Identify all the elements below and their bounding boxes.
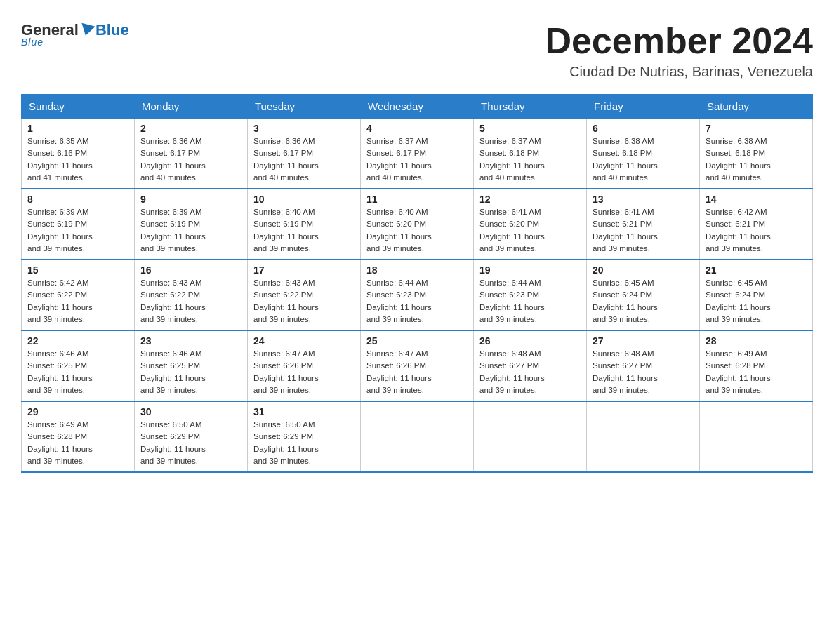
day-number: 12 <box>479 194 581 205</box>
calendar-day-cell: 2Sunrise: 6:36 AMSunset: 6:17 PMDaylight… <box>135 119 248 189</box>
day-info: Sunrise: 6:39 AMSunset: 6:19 PMDaylight:… <box>27 206 128 255</box>
day-info: Sunrise: 6:44 AMSunset: 6:23 PMDaylight:… <box>366 277 468 326</box>
calendar-day-cell: 30Sunrise: 6:50 AMSunset: 6:29 PMDayligh… <box>135 401 248 472</box>
day-info: Sunrise: 6:39 AMSunset: 6:19 PMDaylight:… <box>140 206 241 255</box>
day-info: Sunrise: 6:35 AMSunset: 6:16 PMDaylight:… <box>27 135 128 184</box>
calendar-day-cell: 25Sunrise: 6:47 AMSunset: 6:26 PMDayligh… <box>361 330 474 401</box>
day-number: 26 <box>479 335 581 347</box>
day-number: 10 <box>253 194 355 205</box>
calendar-day-cell <box>700 401 813 472</box>
day-of-week-header: Wednesday <box>361 95 474 119</box>
day-info: Sunrise: 6:47 AMSunset: 6:26 PMDaylight:… <box>366 348 468 396</box>
calendar-week-row: 8Sunrise: 6:39 AMSunset: 6:19 PMDaylight… <box>22 189 813 260</box>
day-info: Sunrise: 6:36 AMSunset: 6:17 PMDaylight:… <box>253 135 355 184</box>
calendar-day-cell: 23Sunrise: 6:46 AMSunset: 6:25 PMDayligh… <box>135 330 248 401</box>
day-info: Sunrise: 6:48 AMSunset: 6:27 PMDaylight:… <box>479 348 581 396</box>
logo-underline: Blue <box>21 36 44 48</box>
calendar-day-cell: 12Sunrise: 6:41 AMSunset: 6:20 PMDayligh… <box>474 189 587 260</box>
day-info: Sunrise: 6:37 AMSunset: 6:18 PMDaylight:… <box>479 135 581 184</box>
day-info: Sunrise: 6:50 AMSunset: 6:29 PMDaylight:… <box>140 419 241 467</box>
day-of-week-header: Friday <box>587 95 700 119</box>
calendar-day-cell: 7Sunrise: 6:38 AMSunset: 6:18 PMDaylight… <box>700 119 813 189</box>
day-number: 30 <box>140 406 241 417</box>
calendar-day-cell: 10Sunrise: 6:40 AMSunset: 6:19 PMDayligh… <box>248 189 361 260</box>
calendar-table: SundayMondayTuesdayWednesdayThursdayFrid… <box>21 94 813 473</box>
logo: General Blue Blue <box>21 21 129 48</box>
calendar-day-cell <box>474 401 587 472</box>
day-info: Sunrise: 6:47 AMSunset: 6:26 PMDaylight:… <box>253 348 355 396</box>
calendar-day-cell: 31Sunrise: 6:50 AMSunset: 6:29 PMDayligh… <box>248 401 361 472</box>
day-number: 15 <box>27 264 128 276</box>
day-number: 9 <box>140 194 241 205</box>
day-number: 7 <box>706 123 807 134</box>
calendar-day-cell <box>587 401 700 472</box>
calendar-day-cell <box>361 401 474 472</box>
day-number: 27 <box>593 335 694 347</box>
day-info: Sunrise: 6:43 AMSunset: 6:22 PMDaylight:… <box>140 277 241 326</box>
calendar-day-cell: 21Sunrise: 6:45 AMSunset: 6:24 PMDayligh… <box>700 260 813 330</box>
day-info: Sunrise: 6:44 AMSunset: 6:23 PMDaylight:… <box>479 277 581 326</box>
day-info: Sunrise: 6:48 AMSunset: 6:27 PMDaylight:… <box>593 348 694 396</box>
day-info: Sunrise: 6:37 AMSunset: 6:17 PMDaylight:… <box>366 135 468 184</box>
calendar-day-cell: 28Sunrise: 6:49 AMSunset: 6:28 PMDayligh… <box>700 330 813 401</box>
month-year-title: December 2024 <box>545 21 813 61</box>
calendar-header: SundayMondayTuesdayWednesdayThursdayFrid… <box>22 95 813 119</box>
calendar-day-cell: 1Sunrise: 6:35 AMSunset: 6:16 PMDaylight… <box>22 119 135 189</box>
day-of-week-header: Saturday <box>700 95 813 119</box>
day-info: Sunrise: 6:43 AMSunset: 6:22 PMDaylight:… <box>253 277 355 326</box>
calendar-week-row: 15Sunrise: 6:42 AMSunset: 6:22 PMDayligh… <box>22 260 813 330</box>
day-number: 31 <box>253 406 355 417</box>
day-info: Sunrise: 6:45 AMSunset: 6:24 PMDaylight:… <box>593 277 694 326</box>
day-number: 1 <box>27 123 128 134</box>
day-number: 20 <box>593 264 694 276</box>
day-of-week-header: Thursday <box>474 95 587 119</box>
calendar-day-cell: 4Sunrise: 6:37 AMSunset: 6:17 PMDaylight… <box>361 119 474 189</box>
day-number: 11 <box>366 194 468 205</box>
calendar-day-cell: 3Sunrise: 6:36 AMSunset: 6:17 PMDaylight… <box>248 119 361 189</box>
calendar-day-cell: 11Sunrise: 6:40 AMSunset: 6:20 PMDayligh… <box>361 189 474 260</box>
calendar-day-cell: 27Sunrise: 6:48 AMSunset: 6:27 PMDayligh… <box>587 330 700 401</box>
day-number: 25 <box>366 335 468 347</box>
calendar-day-cell: 15Sunrise: 6:42 AMSunset: 6:22 PMDayligh… <box>22 260 135 330</box>
calendar-day-cell: 16Sunrise: 6:43 AMSunset: 6:22 PMDayligh… <box>135 260 248 330</box>
day-number: 4 <box>366 123 468 134</box>
day-info: Sunrise: 6:50 AMSunset: 6:29 PMDaylight:… <box>253 419 355 467</box>
day-number: 13 <box>593 194 694 205</box>
day-info: Sunrise: 6:49 AMSunset: 6:28 PMDaylight:… <box>706 348 807 396</box>
calendar-body: 1Sunrise: 6:35 AMSunset: 6:16 PMDaylight… <box>22 119 813 473</box>
day-number: 19 <box>479 264 581 276</box>
day-number: 29 <box>27 406 128 417</box>
day-info: Sunrise: 6:38 AMSunset: 6:18 PMDaylight:… <box>593 135 694 184</box>
day-of-week-header: Sunday <box>22 95 135 119</box>
day-of-week-header: Monday <box>135 95 248 119</box>
logo-blue-text: Blue <box>95 21 129 39</box>
calendar-day-cell: 9Sunrise: 6:39 AMSunset: 6:19 PMDaylight… <box>135 189 248 260</box>
calendar-week-row: 22Sunrise: 6:46 AMSunset: 6:25 PMDayligh… <box>22 330 813 401</box>
calendar-day-cell: 22Sunrise: 6:46 AMSunset: 6:25 PMDayligh… <box>22 330 135 401</box>
day-info: Sunrise: 6:46 AMSunset: 6:25 PMDaylight:… <box>27 348 128 396</box>
calendar-week-row: 1Sunrise: 6:35 AMSunset: 6:16 PMDaylight… <box>22 119 813 189</box>
day-number: 17 <box>253 264 355 276</box>
day-number: 8 <box>27 194 128 205</box>
day-number: 24 <box>253 335 355 347</box>
calendar-day-cell: 17Sunrise: 6:43 AMSunset: 6:22 PMDayligh… <box>248 260 361 330</box>
calendar-day-cell: 29Sunrise: 6:49 AMSunset: 6:28 PMDayligh… <box>22 401 135 472</box>
day-info: Sunrise: 6:40 AMSunset: 6:20 PMDaylight:… <box>366 206 468 255</box>
header-row: SundayMondayTuesdayWednesdayThursdayFrid… <box>22 95 813 119</box>
calendar-day-cell: 8Sunrise: 6:39 AMSunset: 6:19 PMDaylight… <box>22 189 135 260</box>
day-info: Sunrise: 6:42 AMSunset: 6:22 PMDaylight:… <box>27 277 128 326</box>
day-info: Sunrise: 6:38 AMSunset: 6:18 PMDaylight:… <box>706 135 807 184</box>
calendar-day-cell: 13Sunrise: 6:41 AMSunset: 6:21 PMDayligh… <box>587 189 700 260</box>
day-info: Sunrise: 6:40 AMSunset: 6:19 PMDaylight:… <box>253 206 355 255</box>
calendar-day-cell: 6Sunrise: 6:38 AMSunset: 6:18 PMDaylight… <box>587 119 700 189</box>
page-header: General Blue Blue December 2024 Ciudad D… <box>21 21 813 80</box>
day-of-week-header: Tuesday <box>248 95 361 119</box>
calendar-week-row: 29Sunrise: 6:49 AMSunset: 6:28 PMDayligh… <box>22 401 813 472</box>
day-info: Sunrise: 6:36 AMSunset: 6:17 PMDaylight:… <box>140 135 241 184</box>
day-number: 21 <box>706 264 807 276</box>
day-number: 6 <box>593 123 694 134</box>
day-number: 18 <box>366 264 468 276</box>
calendar-day-cell: 19Sunrise: 6:44 AMSunset: 6:23 PMDayligh… <box>474 260 587 330</box>
day-number: 28 <box>706 335 807 347</box>
calendar-day-cell: 14Sunrise: 6:42 AMSunset: 6:21 PMDayligh… <box>700 189 813 260</box>
